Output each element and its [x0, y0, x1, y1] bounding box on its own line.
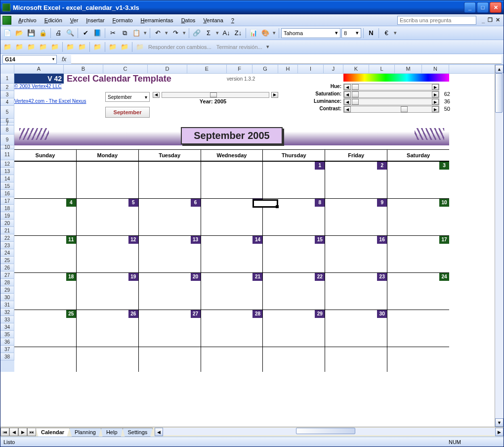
close-button[interactable]: ✕: [490, 2, 502, 13]
calendar-cell[interactable]: 23: [325, 273, 387, 310]
menu-?[interactable]: ?: [227, 16, 238, 25]
row-header-1[interactable]: 1: [0, 74, 14, 84]
row-header-17[interactable]: 17: [0, 197, 14, 205]
contrast-slider[interactable]: ◀▶: [343, 106, 439, 113]
luminance-inc[interactable]: ▶: [432, 99, 439, 105]
calendar-cell[interactable]: 4: [14, 199, 77, 236]
col-header-C[interactable]: C: [103, 65, 148, 73]
row-header-22[interactable]: 22: [0, 234, 14, 242]
contrast-thumb[interactable]: [401, 106, 408, 112]
review-btn-2[interactable]: 📁: [14, 42, 25, 52]
row-header-16[interactable]: 16: [0, 190, 14, 197]
col-header-I[interactable]: I: [298, 65, 324, 73]
menu-archivo[interactable]: Archivo: [14, 16, 41, 25]
col-header-N[interactable]: N: [422, 65, 449, 73]
col-header-G[interactable]: G: [252, 65, 278, 73]
row-header-37[interactable]: 37: [0, 346, 14, 353]
doc-close-button[interactable]: ✕: [494, 17, 502, 23]
row-header-5[interactable]: 5: [0, 106, 14, 119]
calendar-cell[interactable]: 15: [263, 236, 325, 273]
review-btn-8[interactable]: 📁: [92, 42, 103, 52]
calendar-cell[interactable]: 22: [263, 273, 325, 310]
col-header-E[interactable]: E: [187, 65, 227, 73]
calendar-cell[interactable]: 1: [263, 162, 325, 199]
end-review-button[interactable]: Terminar revisión...: [214, 44, 264, 50]
calendar-cell[interactable]: [77, 162, 139, 199]
workbook-icon[interactable]: [2, 16, 11, 25]
calendar-cell[interactable]: 6: [139, 199, 201, 236]
review-btn-5[interactable]: 📁: [49, 42, 60, 52]
print-preview-button[interactable]: 🔍: [65, 28, 76, 39]
review-btn-11[interactable]: 📁: [134, 42, 145, 52]
contrast-dec[interactable]: ◀: [344, 106, 351, 112]
copy-button[interactable]: ⧉: [119, 28, 130, 39]
paste-dropdown[interactable]: ▾: [143, 30, 148, 36]
calendar-cell[interactable]: 9: [325, 199, 387, 236]
tab-prev-button[interactable]: ◀: [9, 428, 18, 436]
paste-button[interactable]: 📋: [131, 28, 142, 39]
formula-input[interactable]: [71, 55, 502, 64]
calendar-cell[interactable]: [14, 347, 77, 372]
font-select[interactable]: Tahoma▾: [281, 28, 340, 38]
row-header-10[interactable]: 10: [0, 145, 14, 149]
toolbar-options[interactable]: ▾: [272, 30, 277, 36]
row-header-8[interactable]: 8: [0, 126, 14, 134]
menu-ver[interactable]: Ver: [66, 16, 83, 25]
maximize-button[interactable]: □: [477, 2, 489, 13]
minimize-button[interactable]: _: [464, 2, 476, 13]
redo-button[interactable]: ↷: [170, 28, 181, 39]
saturation-inc[interactable]: ▶: [432, 91, 439, 97]
cut-button[interactable]: ✂: [107, 28, 118, 39]
saturation-slider[interactable]: ◀▶: [343, 91, 439, 98]
col-header-F[interactable]: F: [227, 65, 252, 73]
row-header-26[interactable]: 26: [0, 264, 14, 271]
calendar-cell[interactable]: [139, 347, 201, 372]
tab-next-button[interactable]: ▶: [18, 428, 27, 436]
row-header-4[interactable]: 4: [0, 98, 14, 106]
sort-desc-button[interactable]: Z↓: [233, 28, 244, 39]
menu-insertar[interactable]: Insertar: [82, 16, 108, 25]
calendar-cell[interactable]: 16: [325, 236, 387, 273]
row-header-15[interactable]: 15: [0, 182, 14, 190]
col-header-D[interactable]: D: [148, 65, 187, 73]
doc-restore-button[interactable]: ❐: [486, 17, 494, 23]
row-header-3[interactable]: 3: [0, 91, 14, 98]
calendar-cell[interactable]: 17: [387, 236, 449, 273]
col-header-K[interactable]: K: [343, 65, 369, 73]
vscroll-thumb[interactable]: [495, 73, 503, 113]
vertical-scrollbar[interactable]: ▲ ▼: [495, 65, 504, 427]
autosum-dropdown[interactable]: ▾: [215, 30, 220, 36]
hue-dec[interactable]: ◀: [344, 84, 351, 90]
contrast-inc[interactable]: ▶: [432, 106, 439, 112]
col-header-L[interactable]: L: [369, 65, 395, 73]
saturation-dec[interactable]: ◀: [344, 91, 351, 97]
redo-dropdown[interactable]: ▾: [182, 30, 187, 36]
row-header-25[interactable]: 25: [0, 257, 14, 264]
calendar-cell[interactable]: 13: [139, 236, 201, 273]
menu-formato[interactable]: Formato: [109, 16, 137, 25]
luminance-thumb[interactable]: [352, 99, 359, 105]
sheet-tab-help[interactable]: Help: [101, 428, 123, 437]
print-button[interactable]: 🖨: [53, 28, 64, 39]
review-btn-7[interactable]: 📁: [77, 42, 87, 52]
calendar-cell[interactable]: [14, 162, 77, 199]
calendar-cell[interactable]: 14: [201, 236, 263, 273]
col-header-M[interactable]: M: [395, 65, 422, 73]
saturation-thumb[interactable]: [352, 91, 359, 97]
worksheet[interactable]: ABCDEFGHIJKLMN 1234567891011121314151617…: [0, 65, 495, 427]
row-header-32[interactable]: 32: [0, 309, 14, 316]
open-button[interactable]: 📂: [14, 28, 25, 39]
calendar-cell[interactable]: 8: [263, 199, 325, 236]
calendar-cell[interactable]: [387, 310, 449, 347]
row-header-18[interactable]: 18: [0, 205, 14, 212]
drawing-button[interactable]: 🎨: [260, 28, 271, 39]
row-header-36[interactable]: 36: [0, 338, 14, 346]
calendar-cell[interactable]: [77, 347, 139, 372]
autosum-icon[interactable]: Σ: [203, 28, 214, 39]
copyright-link[interactable]: © 2003 Vertex42 LLC: [14, 84, 64, 91]
row-header-35[interactable]: 35: [0, 331, 14, 338]
year-thumb[interactable]: [210, 92, 217, 97]
name-box[interactable]: G14▾: [2, 55, 57, 64]
row-header-9[interactable]: 9: [0, 134, 14, 145]
scroll-left-button[interactable]: ◀: [155, 428, 163, 436]
